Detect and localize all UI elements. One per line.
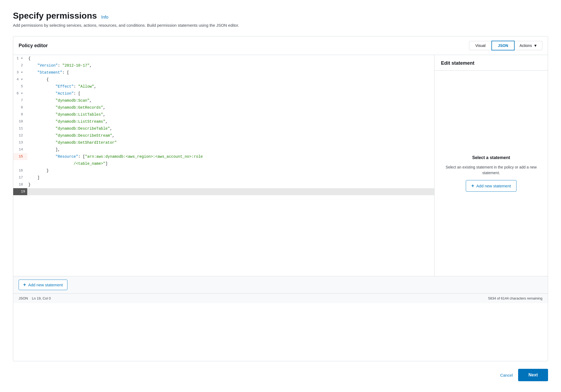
tab-visual[interactable]: Visual	[469, 41, 492, 50]
line-num-11: 11	[13, 125, 27, 132]
code-line-10: 10 "dynamodb:ListStreams",	[13, 118, 434, 125]
line-content-1: {	[27, 55, 434, 62]
line-num-10: 10	[13, 118, 27, 125]
line-content-5: "Effect": "Allow",	[27, 83, 434, 90]
line-content-13: "dynamodb:GetShardIterator"	[27, 139, 434, 146]
line-content-18: }	[27, 181, 434, 188]
policy-editor-title: Policy editor	[19, 43, 48, 49]
line-num-1: 1 ▾	[13, 55, 27, 62]
add-new-statement-panel-button[interactable]: + Add new statement	[466, 180, 517, 192]
code-line-6: 6 ▾ "Action": [	[13, 90, 434, 97]
code-line-15b: /<table_name>"]	[13, 160, 434, 167]
line-num-3: 3 ▾	[13, 69, 27, 76]
edit-statement-body: Select a statement Select an existing st…	[435, 71, 548, 276]
line-num-2: 2	[13, 62, 27, 69]
line-num-8: 8	[13, 104, 27, 111]
code-line-7: 7 "dynamodb:Scan",	[13, 97, 434, 104]
line-content-2: "Version": "2012-10-17",	[27, 62, 434, 69]
select-statement-title: Select a statement	[472, 155, 510, 160]
plus-icon: +	[471, 183, 474, 189]
code-line-11: 11 "dynamodb:DescribeTable",	[13, 125, 434, 132]
code-line-13: 13 "dynamodb:GetShardIterator"	[13, 139, 434, 146]
chevron-down-icon: ▼	[533, 43, 537, 48]
line-content-3: "Statement": [	[27, 69, 434, 76]
page-subtitle: Add permissions by selecting services, a…	[13, 23, 548, 27]
line-num-17: 17	[13, 174, 27, 181]
code-line-19: 19	[13, 188, 434, 195]
line-num-16: 16	[13, 167, 27, 174]
editor-tabs: Visual JSON Actions ▼	[469, 41, 542, 50]
page-title-row: Specify permissions Info	[13, 11, 548, 21]
page-actions: Cancel Next	[13, 361, 548, 381]
cancel-button[interactable]: Cancel	[500, 373, 513, 377]
line-num-6: 6 ▾	[13, 90, 27, 97]
line-content-12: "dynamodb:DescribeStream",	[27, 132, 434, 139]
code-line-8: 8 "dynamodb:GetRecords",	[13, 104, 434, 111]
info-link[interactable]: Info	[101, 15, 108, 20]
line-num-19: 19	[13, 188, 27, 195]
select-statement-desc: Select an existing statement in the poli…	[443, 164, 539, 176]
line-num-12: 12	[13, 132, 27, 139]
line-num-4: 4 ▾	[13, 76, 27, 83]
tab-json[interactable]: JSON	[491, 41, 515, 50]
right-panel: Edit statement Select a statement Select…	[435, 55, 548, 276]
edit-statement-header: Edit statement	[435, 55, 548, 71]
line-content-19	[27, 188, 434, 195]
code-line-14: 14 ],	[13, 146, 434, 153]
code-line-15: 15 "Resource": ["arn:aws:dynamodb:<aws_r…	[13, 153, 434, 160]
line-content-4: {	[27, 76, 434, 83]
line-content-9: "dynamodb:ListTables",	[27, 111, 434, 118]
status-bar: JSON Ln 19, Col 0 5834 of 6144 character…	[13, 293, 548, 303]
code-line-3: 3 ▾ "Statement": [	[13, 69, 434, 76]
code-line-18: 18 }	[13, 181, 434, 188]
line-content-10: "dynamodb:ListStreams",	[27, 118, 434, 125]
editor-body: 1 ▾ { 2 "Version": "2012-10-17", 3 ▾ "St…	[13, 55, 548, 276]
code-line-1: 1 ▾ {	[13, 55, 434, 62]
line-num-14: 14	[13, 146, 27, 153]
line-content-11: "dynamodb:DescribeTable",	[27, 125, 434, 132]
cursor-position: Ln 19, Col 0	[32, 296, 51, 300]
code-line-16: 16 }	[13, 167, 434, 174]
code-line-17: 17 ]	[13, 174, 434, 181]
add-statement-footer-label: Add new statement	[28, 283, 63, 287]
code-line-4: 4 ▾ {	[13, 76, 434, 83]
code-line-5: 5 "Effect": "Allow",	[13, 83, 434, 90]
line-num-13: 13	[13, 139, 27, 146]
line-num-18: 18	[13, 181, 27, 188]
code-line-12: 12 "dynamodb:DescribeStream",	[13, 132, 434, 139]
line-content-6: "Action": [	[27, 90, 434, 97]
chars-remaining: 5834 of 6144 characters remaining	[488, 296, 542, 300]
page-title: Specify permissions	[13, 11, 97, 21]
policy-editor-header: Policy editor Visual JSON Actions ▼	[13, 36, 548, 55]
code-line-9: 9 "dynamodb:ListTables",	[13, 111, 434, 118]
line-content-15b: /<table_name>"]	[27, 160, 434, 167]
code-panel[interactable]: 1 ▾ { 2 "Version": "2012-10-17", 3 ▾ "St…	[13, 55, 435, 276]
code-area[interactable]: 1 ▾ { 2 "Version": "2012-10-17", 3 ▾ "St…	[13, 55, 434, 276]
line-num-7: 7	[13, 97, 27, 104]
next-button[interactable]: Next	[518, 369, 548, 381]
line-content-15: "Resource": ["arn:aws:dynamodb:<aws_regi…	[27, 153, 434, 160]
line-content-7: "dynamodb:Scan",	[27, 97, 434, 104]
add-new-statement-footer-button[interactable]: + Add new statement	[19, 280, 67, 290]
line-num-9: 9	[13, 111, 27, 118]
plus-icon-footer: +	[23, 282, 26, 288]
policy-editor-section: Policy editor Visual JSON Actions ▼ 1 ▾ …	[13, 36, 548, 361]
editor-mode-cursor: JSON Ln 19, Col 0	[19, 296, 51, 300]
code-line-2: 2 "Version": "2012-10-17",	[13, 62, 434, 69]
line-content-17: ]	[27, 174, 434, 181]
line-content-8: "dynamodb:GetRecords",	[27, 104, 434, 111]
editor-footer: + Add new statement	[13, 276, 548, 293]
add-statement-panel-label: Add new statement	[476, 184, 511, 188]
line-num-15: 15	[13, 153, 27, 160]
line-num-5: 5	[13, 83, 27, 90]
page-container: Specify permissions Info Add permissions…	[0, 0, 561, 392]
line-content-16: }	[27, 167, 434, 174]
line-content-14: ],	[27, 146, 434, 153]
editor-mode: JSON	[19, 296, 28, 300]
tab-actions[interactable]: Actions ▼	[514, 41, 542, 50]
